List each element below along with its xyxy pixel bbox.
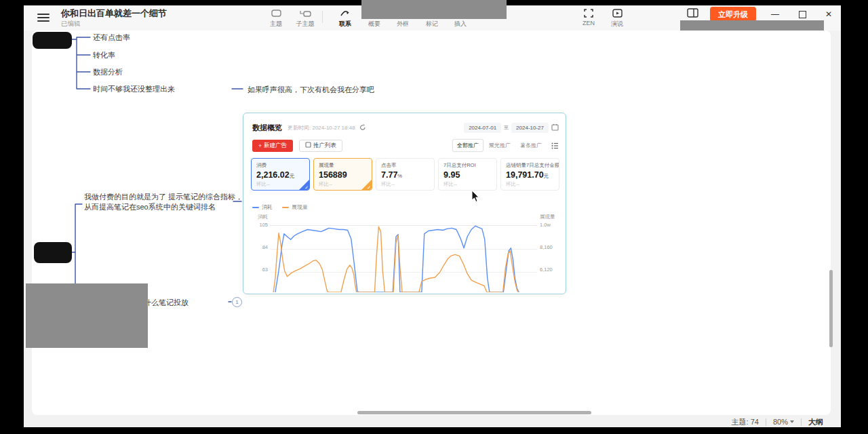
- date-from-input[interactable]: 2024-07-01: [464, 123, 501, 133]
- chart-legend: 消耗 展现量: [252, 203, 560, 212]
- y-axis-right: 展现量 1.0w 8,160 6,120: [537, 212, 560, 292]
- document-edit-status: 已编辑: [61, 20, 81, 28]
- mindmap-node-redacted-2[interactable]: [34, 242, 72, 263]
- subtopic-icon: [290, 7, 320, 18]
- list-box-icon: [305, 142, 311, 149]
- date-range-picker[interactable]: 2024-07-01 至 2024-10-27: [464, 121, 559, 134]
- mindmap-topic[interactable]: 数据分析: [93, 67, 123, 77]
- toolbar-item-zen[interactable]: ZEN: [574, 7, 604, 26]
- dashboard-image-card[interactable]: 数据概览 更新时间: 2024-10-27 18:48 2024-07-01 至…: [243, 113, 566, 294]
- topic-number-badge[interactable]: 1: [232, 297, 242, 307]
- refresh-icon[interactable]: [359, 121, 366, 134]
- tab-shutiao-promotion[interactable]: 薯条推广: [516, 140, 546, 151]
- toolbar-item-subtopic[interactable]: 子主题: [290, 7, 320, 28]
- topic-count: 主题: 74: [732, 417, 759, 427]
- metric-card-payment-amount[interactable]: 店铺销量7日总支付金额 19,791.70元 环比--: [500, 158, 559, 191]
- outline-toggle[interactable]: 大纲: [808, 417, 823, 427]
- trend-chart: 消耗 展现量 消耗 105 84 63 展现量 1.0w 8,160 6,120: [252, 203, 560, 292]
- mindmap-note[interactable]: 如果呼声很高，下次有机会我在分享吧: [248, 85, 374, 95]
- mindmap-topic[interactable]: 转化率: [93, 50, 115, 60]
- statusbar: 主题: 74 80% 大纲: [24, 416, 841, 427]
- tab-all-promotion[interactable]: 全部推广: [452, 139, 484, 152]
- titlebar: 你和日出百单就差一个细节 已编辑 主题 子主题 联系 概要 外框 标记 插入: [24, 5, 841, 31]
- new-ad-button[interactable]: +新建广告: [252, 140, 293, 152]
- chevron-down-icon: [790, 420, 794, 423]
- statusbar-divider: [766, 418, 766, 426]
- legend-item-impressions[interactable]: 展现量: [282, 203, 308, 211]
- promotion-filter-tabs: 全部推广 聚光推广 薯条推广: [452, 139, 546, 152]
- check-icon: ✓: [367, 185, 371, 191]
- promo-list-button[interactable]: 推广列表: [299, 140, 342, 152]
- tab-juguang-promotion[interactable]: 聚光推广: [485, 140, 515, 151]
- date-to-input[interactable]: 2024-10-27: [511, 123, 549, 133]
- column-settings-icon[interactable]: [551, 140, 559, 152]
- series-消耗: [275, 226, 519, 292]
- horizontal-scrollbar[interactable]: [357, 411, 591, 414]
- metric-card-impressions[interactable]: 展现量 156889 环比-- ✓: [313, 158, 372, 191]
- toolbar-item-relationship[interactable]: 联系: [330, 7, 360, 28]
- zen-mode-icon: [574, 7, 604, 18]
- redaction-box-bottom-left: [26, 283, 148, 348]
- plus-icon: +: [258, 142, 262, 149]
- dashboard-title: 数据概览: [252, 123, 282, 133]
- metric-card-roi[interactable]: 7日总支付ROI 9.95 环比--: [438, 158, 497, 191]
- menu-hamburger-icon[interactable]: [37, 12, 50, 21]
- upgrade-button[interactable]: 立即升级: [710, 7, 756, 22]
- mindmap-topic[interactable]: 还有点击率: [93, 33, 130, 43]
- window-close-button[interactable]: ✕: [820, 7, 837, 22]
- metric-card-ctr[interactable]: 点击率 7.77% 环比--: [376, 158, 435, 191]
- relationship-icon: [330, 7, 360, 18]
- mindmap-topic-paid-purpose[interactable]: 我做付费的目的就是为了 提示笔记的综合指标， 从而提高笔记在seo系统中的关键词…: [84, 192, 243, 212]
- redaction-box-toolbar: [361, 0, 507, 19]
- check-icon: ✓: [304, 185, 309, 191]
- metric-card-spend[interactable]: 消费 2,216.02元 环比-- ✓: [251, 158, 310, 191]
- toolbar-divider: [322, 11, 323, 23]
- topic-icon: [261, 7, 291, 18]
- trend-lines: [270, 223, 537, 292]
- presentation-play-icon: [602, 7, 632, 18]
- statusbar-divider: [801, 418, 802, 426]
- mindmap-topic-partial[interactable]: 什么笔记投放: [144, 298, 189, 308]
- mindmap-node-redacted-1[interactable]: [33, 32, 72, 49]
- document-title: 你和日出百单就差一个细节: [61, 7, 167, 20]
- window-maximize-button[interactable]: [793, 7, 811, 22]
- mindmap-topic[interactable]: 时间不够我还没整理出来: [93, 84, 175, 94]
- window-minimize-button[interactable]: —: [766, 7, 784, 22]
- y-axis-left: 消耗 105 84 63: [252, 212, 270, 292]
- chart-plot-area: [270, 223, 537, 292]
- toolbar-item-present[interactable]: 演说: [602, 7, 632, 28]
- zoom-level-control[interactable]: 80%: [773, 418, 794, 426]
- vertical-scrollbar[interactable]: [829, 270, 833, 347]
- dashboard-updated-time: 更新时间: 2024-10-27 18:48: [288, 124, 355, 132]
- legend-item-spend[interactable]: 消耗: [252, 203, 273, 211]
- metric-card-row: 消费 2,216.02元 环比-- ✓ 展现量 156889 环比-- ✓ 点击…: [251, 158, 559, 191]
- calendar-icon[interactable]: [551, 121, 559, 134]
- date-separator: 至: [504, 124, 509, 131]
- toolbar-item-topic[interactable]: 主题: [261, 7, 291, 28]
- sidebar-panel-icon[interactable]: [687, 8, 698, 20]
